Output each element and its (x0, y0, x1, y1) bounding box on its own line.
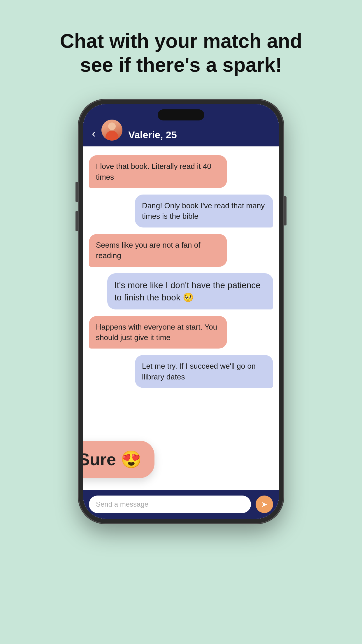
send-icon: ➤ (261, 500, 268, 509)
back-button[interactable]: ‹ (92, 127, 96, 140)
message-input-container[interactable]: Send a message (89, 496, 251, 513)
page-title: Chat with your match and see if there's … (35, 29, 327, 77)
contact-name: Valerie, 25 (128, 129, 177, 141)
message-1: I love that book. Literally read it 40 t… (89, 155, 227, 188)
phone-mockup: ‹ Valerie, 25 I love that book. Literall… (79, 100, 283, 532)
avatar-image (101, 120, 122, 141)
message-input-placeholder: Send a message (96, 500, 148, 508)
phone-screen: ‹ Valerie, 25 I love that book. Literall… (83, 104, 279, 519)
message-4: It's more like I don't have the patience… (107, 273, 273, 309)
volume-down-button (75, 211, 78, 231)
chat-area: I love that book. Literally read it 40 t… (83, 146, 279, 490)
input-bar: Send a message ➤ (83, 490, 279, 519)
message-5: Happens with everyone at start. You shou… (89, 316, 227, 349)
phone-frame: ‹ Valerie, 25 I love that book. Literall… (79, 100, 283, 523)
power-button (284, 196, 287, 225)
dynamic-island (158, 109, 204, 120)
message-3: Seems like you are not a fan of reading (89, 234, 227, 267)
send-button[interactable]: ➤ (256, 496, 273, 513)
avatar (101, 120, 122, 141)
message-6: Let me try. If I succeed we'll go on lli… (135, 355, 273, 388)
volume-up-button (75, 182, 78, 202)
sure-bubble: Sure 😍 (83, 441, 154, 478)
message-2: Dang! Only book I've read that many time… (135, 195, 273, 228)
